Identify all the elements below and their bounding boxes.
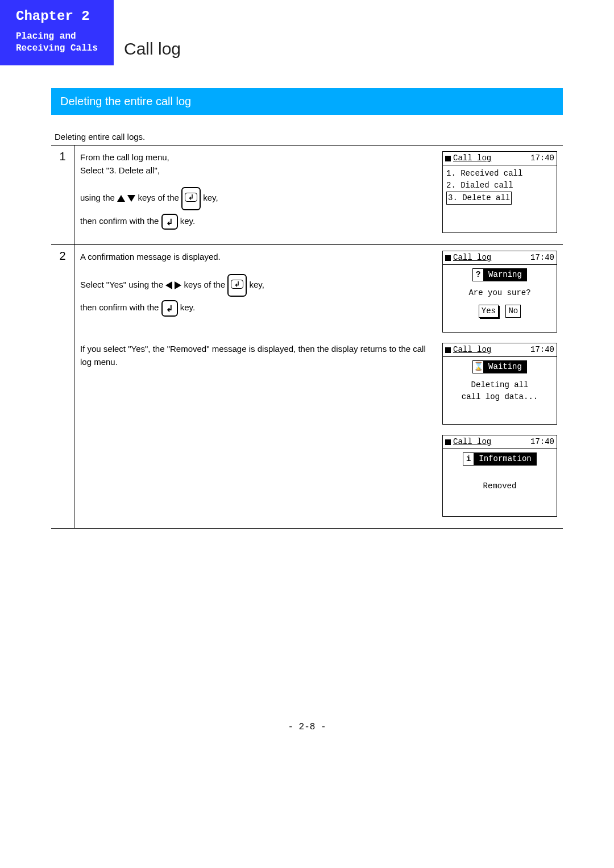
lcd-waiting-pill: ⌛ Waiting xyxy=(472,360,527,373)
step-text: If you select "Yes", the "Removed" messa… xyxy=(80,343,432,368)
hourglass-icon: ⌛ xyxy=(473,361,484,373)
lcd-screen-information: Call log 17:40 i Information Removed xyxy=(442,435,557,517)
page-number: - 2-8 - xyxy=(0,722,614,755)
lcd-screen-menu: Call log 17:40 1. Received call 2. Diale… xyxy=(442,151,557,233)
lcd-screen-warning: Call log 17:40 ? Warning Are you sure? Y… xyxy=(442,251,557,333)
enter-key-icon: ↲ xyxy=(161,300,178,317)
steps-table: 1 From the call log menu, Select "3. Del… xyxy=(51,145,563,529)
step-text: A confirmation message is displayed. Sel… xyxy=(80,251,432,317)
step-row: 2 A confirmation message is displayed. S… xyxy=(51,245,563,529)
chapter-block: Chapter 2 Placing and Receiving Calls xyxy=(0,0,114,65)
lcd-information-pill: i Information xyxy=(463,452,536,466)
step-body: A confirmation message is displayed. Sel… xyxy=(74,245,563,528)
signal-icon xyxy=(445,255,451,261)
nav-key-icon: ↲ xyxy=(227,274,247,297)
signal-icon xyxy=(445,156,451,161)
page-title: Call log xyxy=(124,39,181,59)
lcd-warning-pill: ? Warning xyxy=(472,268,527,281)
chapter-subtitle: Placing and Receiving Calls xyxy=(16,31,109,55)
lcd-screen-waiting: Call log 17:40 ⌛ Waiting Deleting all ca… xyxy=(442,343,557,425)
step-body: From the call log menu, Select "3. Delet… xyxy=(74,146,563,244)
section-heading: Deleting the entire call log xyxy=(51,88,563,115)
step-number: 2 xyxy=(51,245,74,528)
question-icon: ? xyxy=(473,269,484,281)
step-number: 1 xyxy=(51,146,74,244)
chapter-header: Chapter 2 Placing and Receiving Calls Ca… xyxy=(0,0,614,65)
info-icon: i xyxy=(463,453,474,465)
right-arrow-icon xyxy=(175,281,181,289)
lcd-yes-button: Yes xyxy=(479,305,499,318)
section-intro: Deleting entire call logs. xyxy=(51,132,563,142)
left-arrow-icon xyxy=(165,281,172,289)
down-arrow-icon xyxy=(127,195,135,202)
signal-icon xyxy=(445,439,451,445)
step-text: From the call log menu, Select "3. Delet… xyxy=(80,151,432,230)
lcd-no-button: No xyxy=(505,305,521,318)
chapter-number: Chapter 2 xyxy=(16,9,109,24)
up-arrow-icon xyxy=(117,195,125,202)
nav-key-icon: ↲ xyxy=(181,187,201,210)
signal-icon xyxy=(445,347,451,353)
step-row: 1 From the call log menu, Select "3. Del… xyxy=(51,146,563,245)
lcd-selected-item: 3. Delete all xyxy=(446,192,512,205)
page-title-area: Call log xyxy=(114,0,614,65)
enter-key-icon: ↲ xyxy=(161,214,178,230)
